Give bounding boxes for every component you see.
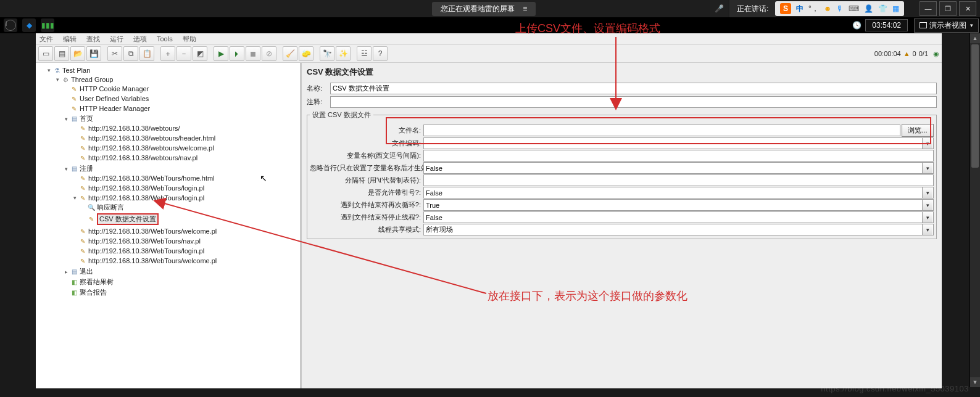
scroll-up-button[interactable]: ▲ — [970, 33, 980, 43]
tree-home-0[interactable]: http://192.168.10.38/webtours/ — [88, 125, 180, 132]
menu-search[interactable]: 查找 — [86, 35, 100, 44]
templates-button[interactable]: ▤ — [54, 46, 69, 61]
share-mode-dropdown[interactable]: 所有现场 — [423, 224, 934, 235]
expand-button[interactable]: ＋ — [160, 46, 175, 61]
tree-threadgroup[interactable]: Thread Group — [71, 76, 113, 83]
tree-testplan[interactable]: Test Plan — [62, 67, 90, 74]
encoding-dropdown[interactable] — [423, 137, 934, 149]
menu-file[interactable]: 文件 — [39, 35, 53, 44]
tree-vars[interactable]: User Defined Variables — [80, 95, 149, 102]
tree-login-b0[interactable]: http://192.168.10.38/WebTours/welcome.pl — [88, 227, 217, 235]
tree-home[interactable]: 首页 — [80, 114, 93, 123]
recycle-dropdown[interactable]: True — [423, 199, 934, 211]
ime-keyboard-icon[interactable]: ⌨ — [849, 4, 859, 13]
browse-button[interactable]: 浏览... — [902, 124, 934, 137]
tree-agg[interactable]: 聚合报告 — [80, 288, 107, 297]
help-button[interactable]: ? — [373, 46, 388, 61]
allow-quote-dropdown[interactable]: False — [423, 187, 934, 198]
header-icon: ✎ — [70, 104, 78, 113]
comment-input[interactable] — [330, 96, 937, 108]
start-notimers-button[interactable]: ⏵ — [230, 46, 244, 61]
close-button[interactable]: ✕ — [959, 1, 976, 16]
req-icon: ✎ — [78, 134, 87, 142]
clear-all-button[interactable]: 🧽 — [299, 46, 314, 61]
tree-home-1[interactable]: http://192.168.10.38/webtours/header.htm… — [88, 134, 215, 142]
screen-sharing-text: 您正在观看地雷的屏幕 — [441, 4, 515, 13]
group-legend: 设置 CSV 数据文件 — [310, 110, 373, 120]
varnames-input[interactable] — [423, 150, 934, 162]
presenter-view-button[interactable]: 演示者视图 ▾ — [914, 18, 979, 33]
os-top-bar: 您正在观看地雷的屏幕 ≡ 🎤 正在讲话: S 中 °， ☻ 🎙 ⌨ 👤 👕 ▦ … — [0, 0, 980, 17]
save-button[interactable]: 💾 — [86, 46, 101, 61]
cookie-icon: ✎ — [70, 84, 78, 93]
varnames-label: 变量名称(西文逗号间隔): — [310, 151, 423, 160]
menu-run[interactable]: 运行 — [110, 35, 123, 44]
maximize-button[interactable]: ❐ — [939, 1, 957, 16]
ime-grid-icon[interactable]: ▦ — [892, 4, 899, 13]
paste-button[interactable]: 📋 — [139, 46, 154, 61]
delimiter-input[interactable] — [423, 174, 934, 186]
tree-login-b1[interactable]: http://192.168.10.38/WebTours/nav.pl — [88, 237, 201, 245]
tree-login-b2[interactable]: http://192.168.10.38/WebTours/login.pl — [88, 247, 204, 255]
share-mode-label: 线程共享模式: — [310, 225, 423, 234]
shield-icon[interactable]: ◆ — [22, 18, 36, 32]
toggle-button[interactable]: ◩ — [193, 46, 207, 61]
tree-login-a1[interactable]: http://192.168.10.38/WebTours/login.pl — [88, 184, 204, 192]
menu-tools[interactable]: Tools — [157, 35, 173, 43]
scroll-down-button[interactable]: ▼ — [970, 377, 980, 387]
results-icon: ◧ — [70, 278, 78, 287]
ime-skin-icon[interactable]: 👕 — [878, 4, 887, 13]
ime-voice-icon[interactable]: 🎙 — [836, 4, 844, 13]
tree-resp-assert[interactable]: 响应断言 — [97, 203, 124, 212]
ime-emoji-icon[interactable]: ☻ — [824, 4, 832, 13]
info-icon[interactable]: i — [4, 18, 17, 32]
shutdown-button[interactable]: ⊘ — [262, 46, 276, 61]
new-button[interactable]: ▭ — [38, 46, 53, 61]
mic-muted-icon[interactable]: 🎤 — [710, 0, 728, 17]
collapse-button[interactable]: － — [176, 46, 191, 61]
tree-login-open[interactable]: http://192.168.10.38/WebTours/login.pl — [88, 194, 204, 202]
tree-home-3[interactable]: http://192.168.10.38/webtours/nav.pl — [88, 154, 197, 162]
bars-icon[interactable]: ▮▮▮ — [41, 18, 54, 32]
ime-punct-icon[interactable]: °， — [808, 4, 819, 14]
clear-button[interactable]: 🧹 — [283, 46, 297, 61]
minimize-button[interactable]: — — [920, 1, 937, 16]
open-button[interactable]: 📂 — [70, 46, 85, 61]
ignore-first-label: 忽略首行(只在设置了变量名称后才生效): — [310, 163, 423, 173]
tree-csv-node[interactable]: CSV 数据文件设置 — [97, 213, 159, 225]
tree-login-b3[interactable]: http://192.168.10.38/WebTours/welcome.pl — [88, 257, 217, 264]
name-input[interactable] — [330, 83, 937, 94]
cut-button[interactable]: ✂ — [107, 46, 122, 61]
tree-logout[interactable]: 退出 — [80, 267, 93, 276]
stop-button[interactable]: ◼ — [246, 46, 260, 61]
tree-cookie[interactable]: HTTP Cookie Manager — [80, 85, 149, 92]
ime-lang[interactable]: 中 — [796, 4, 804, 14]
tree-login[interactable]: 注册 — [80, 164, 93, 173]
search-button[interactable]: 🔭 — [320, 46, 334, 61]
reset-search-button[interactable]: ✨ — [336, 46, 351, 61]
ime-bar[interactable]: S 中 °， ☻ 🎙 ⌨ 👤 👕 ▦ — [775, 1, 904, 16]
tree-login-a0[interactable]: http://192.168.10.38/WebTours/home.html — [88, 174, 215, 182]
vars-icon: ✎ — [70, 94, 78, 103]
ignore-first-dropdown[interactable]: False — [423, 162, 934, 174]
menu-edit[interactable]: 编辑 — [63, 35, 77, 44]
tree-home-2[interactable]: http://192.168.10.38/webtours/welcome.pl — [88, 144, 214, 152]
scroll-thumb[interactable] — [971, 44, 979, 168]
copy-button[interactable]: ⧉ — [123, 46, 138, 61]
menu-bar[interactable]: 文件 编辑 查找 运行 选项 Tools 帮助 — [36, 33, 942, 45]
filename-input[interactable] — [423, 125, 900, 136]
warning-icon: ▲ — [903, 50, 910, 57]
start-button[interactable]: ▶ — [214, 46, 228, 61]
tree-header[interactable]: HTTP Header Manager — [80, 105, 150, 112]
func-helper-button[interactable]: ☳ — [357, 46, 372, 61]
req-icon: ✎ — [78, 237, 87, 245]
ime-user-icon[interactable]: 👤 — [864, 4, 873, 13]
menu-opts[interactable]: 选项 — [133, 35, 147, 44]
stop-eof-dropdown[interactable]: False — [423, 211, 934, 223]
test-plan-tree[interactable]: ▾⚗Test Plan ▾⚙Thread Group ✎HTTP Cookie … — [36, 63, 302, 388]
tree-viewtree[interactable]: 察看结果树 — [80, 277, 114, 287]
page-scrollbar[interactable]: ▲ ▼ — [970, 33, 980, 387]
screen-sharing-pill: 您正在观看地雷的屏幕 ≡ — [432, 2, 536, 16]
menu-help[interactable]: 帮助 — [183, 35, 196, 44]
menu-icon[interactable]: ≡ — [523, 4, 527, 13]
